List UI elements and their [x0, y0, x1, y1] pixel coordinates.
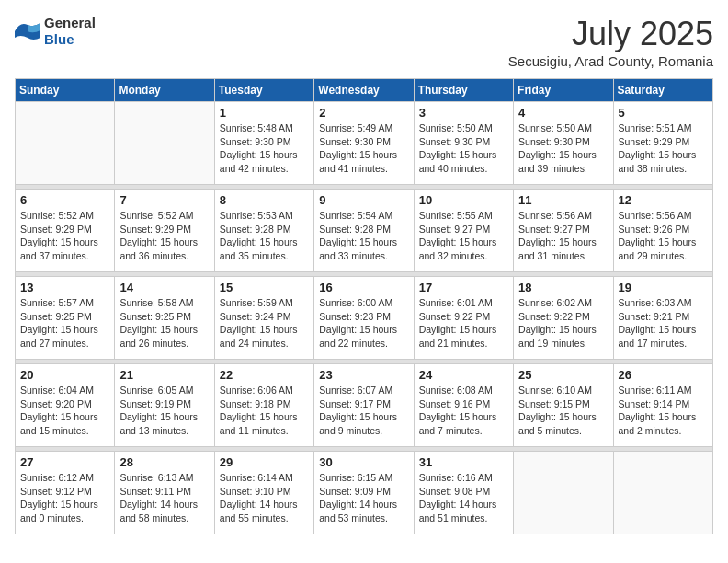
day-info: Sunrise: 6:12 AMSunset: 9:12 PMDaylight:…: [20, 471, 109, 525]
day-number: 6: [20, 193, 109, 207]
logo-text: General Blue: [44, 15, 96, 48]
calendar-cell: 29Sunrise: 6:14 AMSunset: 9:10 PMDayligh…: [214, 452, 313, 534]
day-info: Sunrise: 6:06 AMSunset: 9:18 PMDaylight:…: [220, 384, 309, 438]
month-title: July 2025: [508, 15, 713, 53]
day-number: 2: [319, 106, 408, 120]
calendar-cell: 26Sunrise: 6:11 AMSunset: 9:14 PMDayligh…: [613, 364, 712, 447]
day-number: 28: [119, 455, 209, 469]
calendar-cell: 24Sunrise: 6:08 AMSunset: 9:16 PMDayligh…: [414, 364, 513, 447]
day-number: 24: [419, 368, 508, 382]
calendar-cell: 12Sunrise: 5:56 AMSunset: 9:26 PMDayligh…: [613, 190, 712, 272]
calendar-cell: 8Sunrise: 5:53 AMSunset: 9:28 PMDaylight…: [214, 190, 313, 272]
calendar-cell: 27Sunrise: 6:12 AMSunset: 9:12 PMDayligh…: [16, 452, 115, 534]
day-number: 30: [319, 455, 408, 469]
day-info: Sunrise: 5:48 AMSunset: 9:30 PMDaylight:…: [220, 121, 309, 176]
calendar-cell: [613, 452, 712, 534]
day-info: Sunrise: 6:04 AMSunset: 9:20 PMDaylight:…: [20, 384, 109, 438]
day-number: 12: [619, 193, 708, 207]
day-info: Sunrise: 6:00 AMSunset: 9:23 PMDaylight:…: [319, 296, 408, 350]
location-title: Secusigiu, Arad County, Romania: [508, 53, 713, 69]
day-number: 9: [319, 193, 408, 207]
logo: General Blue: [15, 15, 96, 48]
logo-text-general: General: [44, 15, 96, 30]
day-info: Sunrise: 5:56 AMSunset: 9:27 PMDaylight:…: [518, 209, 608, 263]
calendar-header-row: SundayMondayTuesdayWednesdayThursdayFrid…: [16, 79, 713, 102]
calendar-cell: 6Sunrise: 5:52 AMSunset: 9:29 PMDaylight…: [16, 190, 115, 272]
day-info: Sunrise: 6:02 AMSunset: 9:22 PMDaylight:…: [518, 296, 608, 350]
day-number: 20: [20, 368, 109, 382]
calendar-cell: 15Sunrise: 5:59 AMSunset: 9:24 PMDayligh…: [214, 277, 313, 360]
day-info: Sunrise: 5:56 AMSunset: 9:26 PMDaylight:…: [619, 209, 708, 263]
title-block: July 2025 Secusigiu, Arad County, Romani…: [508, 15, 713, 69]
day-info: Sunrise: 5:50 AMSunset: 9:30 PMDaylight:…: [518, 121, 608, 176]
day-info: Sunrise: 5:54 AMSunset: 9:28 PMDaylight:…: [319, 209, 408, 263]
calendar-cell: [115, 102, 214, 185]
day-of-week-header: Sunday: [16, 79, 115, 102]
calendar-cell: 16Sunrise: 6:00 AMSunset: 9:23 PMDayligh…: [314, 277, 414, 360]
calendar-cell: 4Sunrise: 5:50 AMSunset: 9:30 PMDaylight…: [514, 102, 613, 185]
day-info: Sunrise: 6:01 AMSunset: 9:22 PMDaylight:…: [419, 296, 508, 350]
calendar-cell: 23Sunrise: 6:07 AMSunset: 9:17 PMDayligh…: [314, 364, 414, 447]
day-of-week-header: Tuesday: [214, 79, 313, 102]
calendar-week-row: 1Sunrise: 5:48 AMSunset: 9:30 PMDaylight…: [16, 102, 713, 185]
day-info: Sunrise: 6:11 AMSunset: 9:14 PMDaylight:…: [619, 384, 708, 438]
day-info: Sunrise: 6:10 AMSunset: 9:15 PMDaylight:…: [518, 384, 608, 438]
calendar-cell: 14Sunrise: 5:58 AMSunset: 9:25 PMDayligh…: [115, 277, 214, 360]
calendar-table: SundayMondayTuesdayWednesdayThursdayFrid…: [15, 78, 713, 534]
day-number: 3: [419, 106, 508, 120]
calendar-cell: 18Sunrise: 6:02 AMSunset: 9:22 PMDayligh…: [514, 277, 613, 360]
day-number: 7: [119, 193, 209, 207]
page-header: General Blue July 2025 Secusigiu, Arad C…: [15, 15, 713, 69]
logo-text-blue: Blue: [44, 31, 74, 47]
calendar-cell: 10Sunrise: 5:55 AMSunset: 9:27 PMDayligh…: [414, 190, 513, 272]
day-number: 27: [20, 455, 109, 469]
calendar-cell: 2Sunrise: 5:49 AMSunset: 9:30 PMDaylight…: [314, 102, 414, 185]
day-number: 8: [220, 193, 309, 207]
calendar-week-row: 27Sunrise: 6:12 AMSunset: 9:12 PMDayligh…: [16, 452, 713, 534]
day-number: 15: [220, 281, 309, 294]
calendar-cell: 25Sunrise: 6:10 AMSunset: 9:15 PMDayligh…: [514, 364, 613, 447]
day-info: Sunrise: 6:13 AMSunset: 9:11 PMDaylight:…: [119, 471, 209, 525]
day-number: 4: [518, 106, 608, 120]
day-number: 25: [518, 368, 608, 382]
day-of-week-header: Saturday: [613, 79, 712, 102]
day-of-week-header: Friday: [514, 79, 613, 102]
calendar-cell: 22Sunrise: 6:06 AMSunset: 9:18 PMDayligh…: [214, 364, 313, 447]
day-number: 18: [518, 281, 608, 294]
calendar-cell: 31Sunrise: 6:16 AMSunset: 9:08 PMDayligh…: [414, 452, 513, 534]
calendar-cell: [16, 102, 115, 185]
day-number: 13: [20, 281, 109, 294]
day-info: Sunrise: 5:52 AMSunset: 9:29 PMDaylight:…: [20, 209, 109, 263]
day-info: Sunrise: 6:14 AMSunset: 9:10 PMDaylight:…: [220, 471, 309, 525]
day-number: 23: [319, 368, 408, 382]
calendar-cell: 13Sunrise: 5:57 AMSunset: 9:25 PMDayligh…: [16, 277, 115, 360]
calendar-cell: [514, 452, 613, 534]
day-info: Sunrise: 5:59 AMSunset: 9:24 PMDaylight:…: [220, 296, 309, 350]
day-info: Sunrise: 5:57 AMSunset: 9:25 PMDaylight:…: [20, 296, 109, 350]
calendar-cell: 7Sunrise: 5:52 AMSunset: 9:29 PMDaylight…: [115, 190, 214, 272]
calendar-week-row: 6Sunrise: 5:52 AMSunset: 9:29 PMDaylight…: [16, 190, 713, 272]
day-number: 29: [220, 455, 309, 469]
day-number: 21: [119, 368, 209, 382]
calendar-cell: 1Sunrise: 5:48 AMSunset: 9:30 PMDaylight…: [214, 102, 313, 185]
calendar-cell: 28Sunrise: 6:13 AMSunset: 9:11 PMDayligh…: [115, 452, 214, 534]
day-info: Sunrise: 6:08 AMSunset: 9:16 PMDaylight:…: [419, 384, 508, 438]
day-number: 17: [419, 281, 508, 294]
calendar-cell: 5Sunrise: 5:51 AMSunset: 9:29 PMDaylight…: [613, 102, 712, 185]
day-number: 14: [119, 281, 209, 294]
day-number: 22: [220, 368, 309, 382]
calendar-cell: 20Sunrise: 6:04 AMSunset: 9:20 PMDayligh…: [16, 364, 115, 447]
day-info: Sunrise: 6:15 AMSunset: 9:09 PMDaylight:…: [319, 471, 408, 525]
day-info: Sunrise: 5:53 AMSunset: 9:28 PMDaylight:…: [220, 209, 309, 263]
day-info: Sunrise: 5:58 AMSunset: 9:25 PMDaylight:…: [119, 296, 209, 350]
day-info: Sunrise: 6:16 AMSunset: 9:08 PMDaylight:…: [419, 471, 508, 525]
day-of-week-header: Wednesday: [314, 79, 414, 102]
day-number: 1: [220, 106, 309, 120]
calendar-cell: 21Sunrise: 6:05 AMSunset: 9:19 PMDayligh…: [115, 364, 214, 447]
day-number: 5: [619, 106, 708, 120]
calendar-cell: 17Sunrise: 6:01 AMSunset: 9:22 PMDayligh…: [414, 277, 513, 360]
day-number: 26: [619, 368, 708, 382]
logo-icon: [15, 21, 40, 41]
day-number: 31: [419, 455, 508, 469]
day-number: 16: [319, 281, 408, 294]
